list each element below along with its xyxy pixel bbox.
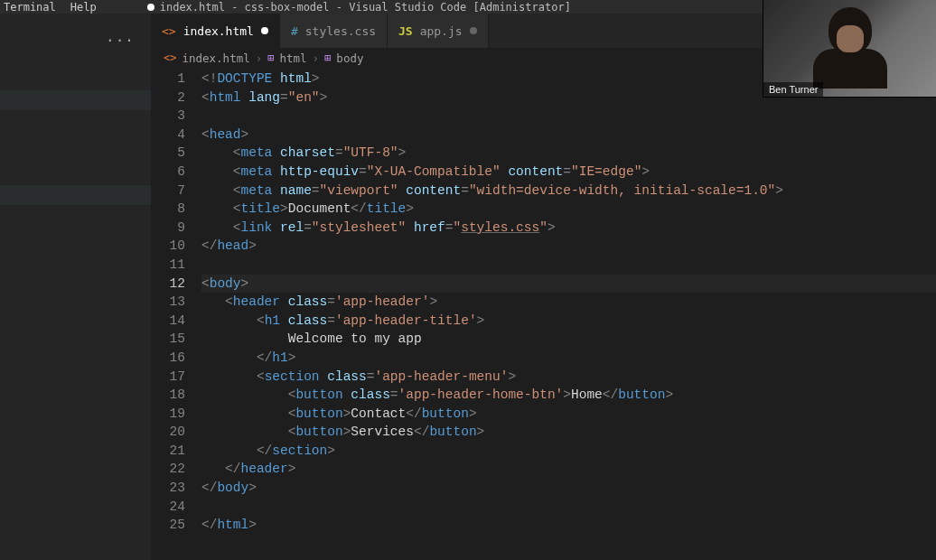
line-number: 14 [151, 312, 185, 331]
code-line[interactable]: <meta name="viewport" content="width=dev… [201, 182, 936, 201]
line-number: 20 [151, 423, 185, 442]
menu-help[interactable]: Help [70, 1, 97, 14]
line-number: 2 [151, 89, 185, 107]
line-number: 7 [151, 182, 185, 201]
breadcrumb-segment[interactable]: body [336, 51, 363, 65]
modified-dot-icon [470, 27, 477, 34]
code-line[interactable]: <h1 class='app-header-title'> [201, 312, 936, 331]
more-icon[interactable]: ··· [106, 32, 135, 49]
tab-label: app.js [420, 24, 463, 38]
line-number: 3 [151, 107, 185, 126]
file-type-icon: JS [398, 24, 413, 38]
code-line[interactable] [201, 107, 936, 126]
file-type-icon: # [291, 24, 298, 38]
line-number: 6 [151, 163, 185, 182]
element-icon: ⊞ [267, 51, 274, 64]
chevron-right-icon: › [313, 51, 320, 65]
file-type-icon: <> [162, 24, 176, 38]
line-number: 4 [151, 126, 185, 145]
element-icon: ⊞ [324, 51, 331, 64]
breadcrumb-segment[interactable]: html [279, 51, 306, 65]
tab-label: styles.css [305, 24, 376, 38]
line-number: 24 [151, 498, 185, 517]
window-title: index.html - css-box-model - Visual Stud… [160, 1, 571, 14]
webcam-name-label: Ben Turner [763, 82, 823, 97]
code-line[interactable]: </html> [201, 516, 936, 535]
line-number: 1 [151, 70, 185, 89]
line-number-gutter: 1234567891011121314151617181920212223242… [151, 68, 201, 560]
sidebar-item[interactable] [0, 185, 151, 205]
modified-dot-icon [147, 4, 154, 11]
line-number: 10 [151, 237, 185, 256]
modified-dot-icon [261, 27, 268, 34]
code-line[interactable]: Welcome to my app [201, 330, 936, 349]
line-number: 11 [151, 256, 185, 275]
line-number: 18 [151, 386, 185, 405]
line-number: 5 [151, 144, 185, 163]
code-line[interactable]: <link rel="stylesheet" href="styles.css"… [201, 219, 936, 238]
line-number: 23 [151, 479, 185, 498]
code-line[interactable] [201, 256, 936, 275]
tab-styles-css[interactable]: #styles.css [280, 14, 388, 48]
menu-terminal[interactable]: Terminal [4, 1, 56, 14]
code-editor[interactable]: 1234567891011121314151617181920212223242… [151, 68, 936, 560]
line-number: 13 [151, 293, 185, 312]
code-line[interactable]: <meta http-equiv="X-UA-Compatible" conte… [201, 163, 936, 182]
tab-label: index.html [183, 24, 254, 38]
line-number: 12 [151, 275, 185, 294]
line-number: 21 [151, 442, 185, 461]
code-line[interactable]: <head> [201, 126, 936, 145]
code-line[interactable]: <header class='app-header'> [201, 293, 936, 312]
code-line[interactable]: <button>Contact</button> [201, 405, 936, 424]
line-number: 9 [151, 219, 185, 238]
code-line[interactable]: <body> [201, 275, 936, 294]
sidebar: ··· [0, 14, 151, 560]
line-number: 8 [151, 200, 185, 219]
person-silhouette [810, 7, 891, 81]
code-line[interactable]: <meta charset="UTF-8"> [201, 144, 936, 163]
code-line[interactable]: </h1> [201, 349, 936, 368]
tab-app-js[interactable]: JSapp.js [388, 14, 489, 48]
line-number: 22 [151, 460, 185, 479]
code-line[interactable]: <section class='app-header-menu'> [201, 368, 936, 387]
code-line[interactable]: <button class='app-header-home-btn'>Home… [201, 386, 936, 405]
line-number: 17 [151, 368, 185, 387]
code-line[interactable]: </header> [201, 460, 936, 479]
chevron-right-icon: › [256, 51, 263, 65]
code-line[interactable]: </section> [201, 442, 936, 461]
line-number: 16 [151, 349, 185, 368]
line-number: 19 [151, 405, 185, 424]
code-line[interactable]: </body> [201, 479, 936, 498]
code-line[interactable]: <title>Document</title> [201, 200, 936, 219]
code-line[interactable]: <button>Services</button> [201, 423, 936, 442]
code-content[interactable]: <!DOCTYPE html><html lang="en"><head> <m… [201, 68, 936, 560]
line-number: 25 [151, 516, 185, 535]
breadcrumb-file[interactable]: index.html [182, 51, 249, 65]
html-file-icon: <> [164, 51, 176, 64]
code-line[interactable] [201, 498, 936, 517]
code-line[interactable]: </head> [201, 237, 936, 256]
tab-index-html[interactable]: <>index.html [151, 14, 280, 48]
webcam-overlay: Ben Turner [763, 0, 936, 98]
sidebar-item[interactable] [0, 90, 151, 110]
line-number: 15 [151, 330, 185, 349]
